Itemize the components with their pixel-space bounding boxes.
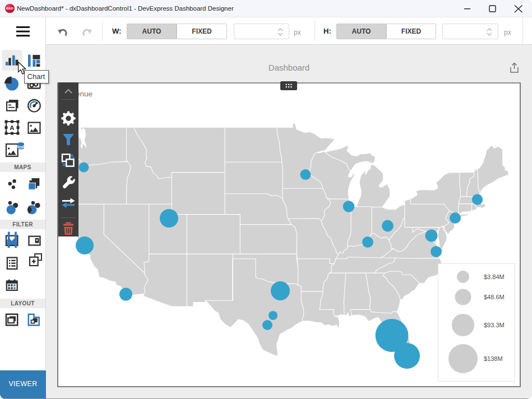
svg-text:A: A xyxy=(10,124,14,131)
